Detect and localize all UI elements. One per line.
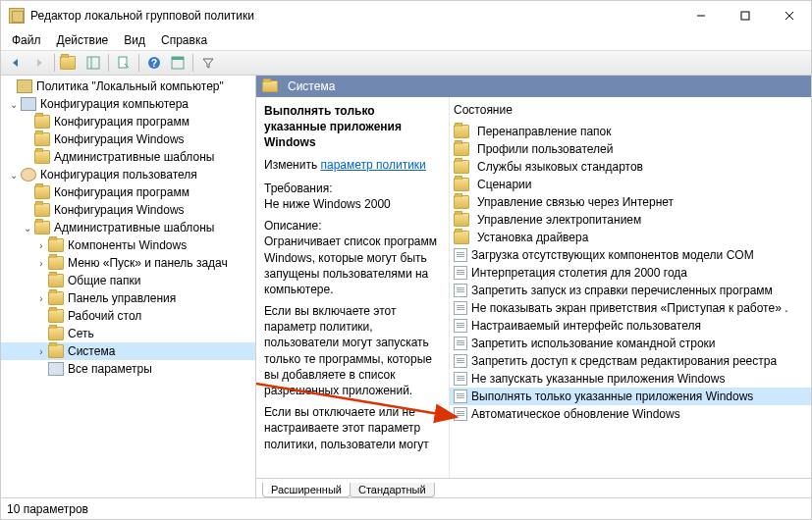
tab-extended[interactable]: Расширенный: [262, 483, 351, 497]
show-hide-tree-button[interactable]: [82, 52, 104, 74]
tree-admin-templates[interactable]: ⌄ Административные шаблоны: [1, 219, 255, 236]
list-item[interactable]: Сценарии: [450, 176, 811, 193]
help-button[interactable]: ?: [143, 52, 165, 74]
expander-icon[interactable]: ›: [34, 293, 48, 304]
menu-file[interactable]: Файл: [5, 32, 48, 48]
list-item[interactable]: Управление электропитанием: [450, 211, 811, 229]
svg-text:?: ?: [151, 58, 157, 69]
list-item[interactable]: Не запускать указанные приложения Window…: [450, 370, 811, 388]
list-item[interactable]: Выполнять только указанные приложения Wi…: [450, 388, 811, 405]
tree-pane[interactable]: Политика "Локальный компьютер" ⌄ Конфигу…: [1, 76, 256, 497]
tree-label: Все параметры: [68, 362, 152, 376]
folder-icon: [48, 309, 64, 323]
up-folder-button[interactable]: [59, 52, 81, 74]
tree-item[interactable]: Конфигурация программ: [1, 113, 255, 130]
list-item[interactable]: Интерпретация столетия для 2000 года: [450, 264, 811, 282]
list-item[interactable]: Запретить доступ к средствам редактирова…: [450, 352, 811, 370]
description-p2: Если вы включаете этот параметр политики…: [264, 304, 432, 397]
tree-label: Политика "Локальный компьютер": [36, 79, 224, 93]
tree-user-config[interactable]: ⌄ Конфигурация пользователя: [1, 166, 255, 183]
back-button[interactable]: [5, 52, 27, 74]
folder-icon: [48, 238, 64, 252]
filter-button[interactable]: [197, 52, 219, 74]
tree-item[interactable]: ›Меню «Пуск» и панель задач: [1, 254, 255, 272]
all-settings-icon: [48, 362, 64, 376]
tree-root[interactable]: Политика "Локальный компьютер": [1, 78, 255, 95]
computer-icon: [21, 97, 36, 111]
tree-item[interactable]: ›Компоненты Windows: [1, 236, 255, 254]
menu-view[interactable]: Вид: [117, 32, 152, 48]
tree-item[interactable]: Конфигурация Windows: [1, 201, 255, 219]
minimize-button[interactable]: [678, 1, 723, 30]
tree-label: Административные шаблоны: [54, 150, 214, 164]
settings-list[interactable]: Состояние Перенаправление папокПрофили п…: [449, 97, 811, 478]
list-item[interactable]: Службы языковых стандартов: [450, 158, 811, 176]
tree-item[interactable]: Рабочий стол: [1, 307, 255, 325]
list-item-label: Интерпретация столетия для 2000 года: [471, 266, 687, 280]
list-item[interactable]: Управление связью через Интернет: [450, 193, 811, 211]
tree-label: Панель управления: [68, 291, 176, 305]
list-item[interactable]: Загрузка отсутствующих компонентов модел…: [450, 246, 811, 264]
menu-help[interactable]: Справка: [154, 32, 214, 48]
list-item-label: Настраиваемый интерфейс пользователя: [471, 319, 701, 333]
tree-item[interactable]: Общие папки: [1, 272, 255, 289]
tree-item-system[interactable]: ›Система: [1, 342, 255, 360]
expander-icon[interactable]: ›: [34, 240, 48, 251]
list-item[interactable]: Перенаправление папок: [450, 123, 811, 140]
folder-icon: [454, 142, 469, 156]
expander-icon[interactable]: ⌄: [7, 99, 21, 110]
edit-policy-link[interactable]: параметр политики: [320, 158, 425, 172]
folder-icon: [34, 132, 50, 146]
tree-item[interactable]: Сеть: [1, 325, 255, 342]
expander-icon[interactable]: ›: [34, 346, 48, 357]
tree-item[interactable]: Конфигурация программ: [1, 183, 255, 201]
folder-icon: [262, 80, 278, 92]
list-item[interactable]: Профили пользователей: [450, 140, 811, 158]
list-item[interactable]: Запретить запуск из справки перечисленны…: [450, 282, 811, 299]
setting-icon: [454, 266, 467, 280]
export-list-button[interactable]: [113, 52, 135, 74]
list-item[interactable]: Настраиваемый интерфейс пользователя: [450, 317, 811, 335]
menu-action[interactable]: Действие: [50, 32, 116, 48]
tree-computer-config[interactable]: ⌄ Конфигурация компьютера: [1, 95, 255, 113]
expander-icon[interactable]: ⌄: [21, 223, 34, 234]
status-text: 10 параметров: [7, 502, 88, 516]
svg-rect-4: [87, 57, 99, 69]
requirements-label: Требования:: [264, 182, 333, 195]
folder-icon: [34, 203, 50, 217]
close-button[interactable]: [767, 1, 811, 30]
maximize-button[interactable]: [723, 1, 767, 30]
setting-icon: [454, 284, 467, 297]
list-item[interactable]: Не показывать экран приветствия «Приступ…: [450, 299, 811, 317]
toolbar: ?: [1, 50, 811, 76]
list-column-header[interactable]: Состояние: [450, 101, 811, 123]
tree-all-params[interactable]: Все параметры: [1, 360, 255, 378]
description-p1: Ограничивает список программ Windows, ко…: [264, 234, 437, 296]
list-item-label: Управление связью через Интернет: [477, 195, 674, 209]
tab-standard[interactable]: Стандартный: [350, 483, 435, 497]
folder-icon: [34, 185, 50, 199]
svg-rect-1: [741, 12, 749, 20]
list-item-label: Загрузка отсутствующих компонентов модел…: [471, 248, 754, 262]
expander-icon[interactable]: ⌄: [7, 170, 21, 181]
content-header-title: Система: [288, 79, 335, 93]
expander-icon[interactable]: ›: [34, 258, 48, 269]
tree-item[interactable]: Административные шаблоны: [1, 148, 255, 166]
setting-icon: [454, 301, 467, 315]
tree-label: Конфигурация программ: [54, 115, 189, 129]
tree-item[interactable]: Конфигурация Windows: [1, 130, 255, 148]
folder-icon: [48, 327, 64, 340]
list-item[interactable]: Установка драйвера: [450, 229, 811, 246]
forward-button[interactable]: [28, 52, 50, 74]
properties-button[interactable]: [167, 52, 189, 74]
setting-icon: [454, 248, 467, 262]
tree-item[interactable]: ›Панель управления: [1, 289, 255, 307]
list-item[interactable]: Автоматическое обновление Windows: [450, 405, 811, 423]
tree-label: Конфигурация Windows: [54, 203, 185, 217]
content-header: Система: [256, 76, 811, 97]
svg-rect-6: [119, 57, 127, 68]
list-item-label: Службы языковых стандартов: [477, 160, 643, 174]
setting-icon: [454, 354, 467, 368]
tree-label: Конфигурация компьютера: [40, 97, 189, 111]
list-item[interactable]: Запретить использование командной строки: [450, 335, 811, 352]
